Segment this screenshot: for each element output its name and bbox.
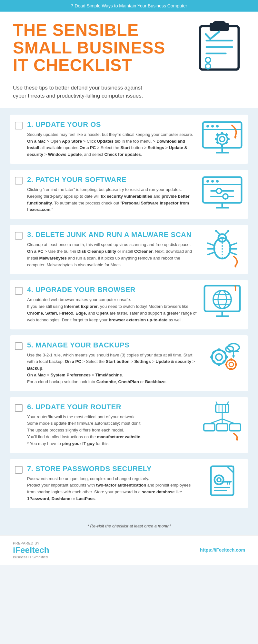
svg-rect-17	[215, 138, 217, 140]
svg-rect-90	[204, 424, 215, 431]
checklist-item-7: 7. STORE PASSWORDS SECURELY Passwords mu…	[10, 459, 248, 508]
svg-point-10	[211, 125, 214, 128]
item-left-4: 4. UPGRADE YOUR BROWSER An outdated web …	[15, 286, 197, 323]
item-content-7: 7. STORE PASSWORDS SECURELY Passwords mu…	[27, 465, 197, 502]
svg-rect-66	[225, 356, 228, 358]
svg-point-40	[215, 230, 217, 232]
checklist-item-5: 5. MANAGE YOUR BACKUPS Use the 3-2-1 rul…	[10, 335, 248, 391]
svg-line-46	[230, 243, 237, 246]
svg-point-6	[205, 57, 211, 62]
main-title: THE SENSIBLESMALL BUSINESSIT CHECKLIST	[13, 21, 190, 74]
brand-name: iFeeltech	[13, 545, 49, 555]
item-body-2: Clicking "remind me later" is tempting, …	[27, 186, 197, 213]
backup-icon	[201, 341, 243, 376]
checklist-item-1: 1. UPDATE YOUR OS Security updates may f…	[10, 115, 248, 164]
banner-text: 7 Dead Simple Ways to Maintain Your Busi…	[71, 3, 187, 8]
checkbox-5[interactable]	[15, 342, 23, 350]
svg-line-48	[230, 252, 237, 255]
item-title-3: 3. DELETE JUNK AND RUN A MALWARE SCAN	[27, 231, 197, 239]
item-body-5: Use the 3-2-1 rule, which means you shou…	[27, 352, 197, 385]
svg-line-41	[224, 232, 228, 235]
checkbox-4[interactable]	[15, 287, 23, 295]
checklist-item-3: 3. DELETE JUNK AND RUN A MALWARE SCAN Cl…	[10, 225, 248, 274]
svg-point-32	[216, 188, 222, 194]
item-left-7: 7. STORE PASSWORDS SECURELY Passwords mu…	[15, 465, 197, 502]
svg-point-42	[227, 230, 229, 232]
svg-point-72	[229, 362, 233, 367]
svg-rect-51	[204, 286, 240, 311]
checkbox-6[interactable]	[15, 404, 23, 412]
svg-point-27	[206, 180, 209, 183]
subtitle-text: Use these tips to better defend your bus…	[13, 84, 245, 100]
svg-line-45	[208, 252, 215, 255]
svg-rect-15	[221, 132, 223, 134]
svg-rect-64	[218, 363, 220, 366]
item-title-1: 1. UPDATE YOUR OS	[27, 120, 197, 129]
checkbox-1[interactable]	[15, 122, 23, 129]
svg-rect-73	[230, 358, 232, 361]
svg-point-97	[214, 475, 223, 484]
title-block: THE SENSIBLESMALL BUSINESSIT CHECKLIST	[13, 21, 190, 74]
item-content-5: 5. MANAGE YOUR BACKUPS Use the 3-2-1 rul…	[27, 341, 197, 385]
svg-point-34	[223, 194, 228, 199]
item-title-4: 4. UPGRADE YOUR BROWSER	[27, 286, 197, 294]
clipboard-icon	[194, 18, 245, 73]
item-title-2: 2. PATCH YOUR SOFTWARE	[27, 175, 197, 184]
item-title-6: 6. UPDATE YOUR ROUTER	[27, 403, 197, 411]
malware-scan-icon	[201, 231, 243, 266]
footer-note: * Re-visit the checklist at least once a…	[0, 520, 258, 535]
svg-point-98	[217, 478, 221, 482]
svg-rect-16	[221, 145, 223, 147]
item-body-7: Passwords must be unique, long, complex …	[27, 476, 197, 502]
item-title-5: 5. MANAGE YOUR BACKUPS	[27, 341, 197, 349]
svg-rect-22	[216, 141, 219, 144]
svg-line-89	[222, 419, 235, 424]
item-body-1: Security updates may feel like a hassle,…	[27, 131, 197, 158]
svg-rect-63	[218, 348, 220, 351]
svg-point-7	[205, 64, 211, 69]
item-content-3: 3. DELETE JUNK AND RUN A MALWARE SCAN Cl…	[27, 231, 197, 268]
svg-marker-81	[232, 355, 235, 358]
svg-point-29	[216, 180, 219, 183]
checkbox-2[interactable]	[15, 177, 23, 185]
svg-line-87	[209, 419, 222, 424]
checkbox-7[interactable]	[15, 466, 23, 474]
svg-rect-91	[217, 424, 228, 431]
item-body-3: Cleanup at least once a month, this will…	[27, 242, 197, 268]
svg-rect-75	[225, 364, 227, 365]
svg-point-14	[220, 137, 225, 142]
footer-bar: PREPARED BY iFeeltech Business IT Simpli…	[0, 535, 258, 565]
item-left-6: 6. UPDATE YOUR ROUTER Your router/firewa…	[15, 403, 197, 447]
item-body-4: An outdated web browser makes your compu…	[27, 297, 197, 323]
checklist-container: 1. UPDATE YOUR OS Security updates may f…	[0, 108, 258, 520]
svg-rect-76	[235, 364, 237, 365]
item-left-5: 5. MANAGE YOUR BACKUPS Use the 3-2-1 rul…	[15, 341, 197, 385]
header-section: THE SENSIBLESMALL BUSINESSIT CHECKLIST	[0, 12, 258, 80]
item-content-1: 1. UPDATE YOUR OS Security updates may f…	[27, 120, 197, 158]
svg-rect-92	[230, 424, 241, 431]
subtitle-section: Use these tips to better defend your bus…	[0, 80, 258, 108]
brand-tagline: Business IT Simplified	[13, 555, 49, 559]
item-title-7: 7. STORE PASSWORDS SECURELY	[27, 465, 197, 473]
svg-point-9	[206, 125, 209, 128]
software-patch-icon	[201, 175, 243, 211]
checklist-item-4: 4. UPGRADE YOUR BROWSER An outdated web …	[10, 280, 248, 329]
svg-point-62	[216, 354, 222, 360]
svg-rect-65	[210, 356, 213, 358]
footer-url[interactable]: https://iFeeltech.com	[200, 547, 245, 553]
item-body-6: Your router/firewall is the most critica…	[27, 414, 197, 447]
checkbox-3[interactable]	[15, 232, 23, 240]
svg-line-39	[217, 232, 220, 235]
checklist-item-6: 6. UPDATE YOUR ROUTER Your router/firewa…	[10, 397, 248, 453]
item-content-2: 2. PATCH YOUR SOFTWARE Clicking "remind …	[27, 175, 197, 213]
prepared-by-label: PREPARED BY	[13, 541, 49, 545]
router-icon	[201, 403, 243, 438]
item-content-6: 6. UPDATE YOUR ROUTER Your router/firewa…	[27, 403, 197, 447]
footer-note-text: * Re-visit the checklist at least once a…	[87, 524, 171, 528]
item-left-2: 2. PATCH YOUR SOFTWARE Clicking "remind …	[15, 175, 197, 213]
svg-line-43	[208, 243, 215, 246]
browser-upgrade-icon	[201, 286, 243, 321]
os-update-icon	[201, 120, 243, 156]
svg-rect-18	[227, 138, 230, 140]
item-left-3: 3. DELETE JUNK AND RUN A MALWARE SCAN Cl…	[15, 231, 197, 268]
